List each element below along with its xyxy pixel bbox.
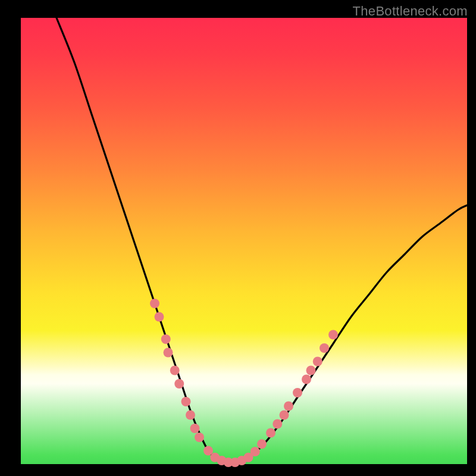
curve-marker bbox=[266, 428, 275, 438]
bottleneck-curve bbox=[57, 18, 467, 465]
curve-marker bbox=[320, 343, 329, 353]
curve-marker bbox=[170, 366, 180, 375]
curve-marker bbox=[273, 419, 282, 429]
curve-marker bbox=[174, 379, 184, 389]
curve-marker bbox=[328, 330, 338, 340]
chart-frame: TheBottleneck.com bbox=[0, 0, 476, 476]
curve-marker bbox=[313, 357, 322, 367]
curve-marker bbox=[302, 375, 311, 384]
curve-marker bbox=[190, 424, 200, 433]
curve-marker bbox=[195, 433, 204, 442]
curve-layer bbox=[21, 18, 467, 464]
curve-marker bbox=[186, 411, 195, 420]
curve-marker bbox=[280, 411, 289, 420]
curve-marker bbox=[155, 312, 164, 322]
curve-markers bbox=[150, 299, 338, 467]
curve-marker bbox=[257, 439, 267, 449]
curve-marker bbox=[284, 402, 293, 411]
curve-path-group bbox=[57, 18, 467, 465]
curve-marker bbox=[293, 388, 302, 397]
curve-marker bbox=[150, 299, 159, 308]
curve-marker bbox=[306, 366, 316, 375]
plot-area bbox=[21, 18, 467, 464]
curve-marker bbox=[181, 397, 191, 406]
curve-marker bbox=[164, 348, 173, 358]
curve-marker bbox=[161, 334, 171, 344]
curve-marker bbox=[250, 447, 260, 456]
watermark-text: TheBottleneck.com bbox=[353, 4, 468, 19]
